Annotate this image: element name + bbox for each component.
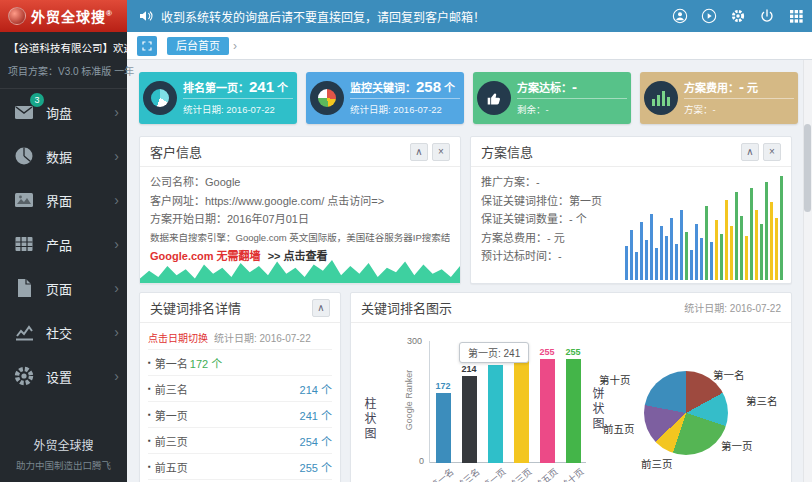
- stat-subtitle: 统计日期: 2016-07-22: [183, 98, 293, 116]
- rank-row-page3[interactable]: ▪ 前三页 254 个: [148, 427, 332, 453]
- logo-mark-icon: [8, 7, 26, 25]
- sidebar: 【谷道科技有限公司】欢迎您! 项目方案：V3.0 标准版 一年 3 询盘 › 数…: [0, 32, 127, 482]
- registered-mark: ®: [106, 9, 113, 18]
- app-title: 外贸全球搜®: [31, 6, 113, 26]
- secondary-toolbar: 后台首页 ›: [127, 32, 812, 60]
- power-icon[interactable]: [759, 8, 775, 24]
- sidebar-item-data[interactable]: 数据 ›: [0, 134, 127, 178]
- panel-title: 关键词排名详情: [150, 298, 241, 317]
- rank-row-top1[interactable]: ▪ 第一名 172 个: [148, 349, 332, 375]
- customer-url-row[interactable]: 客户网址：https://www.google.com/ 点击访问=>: [150, 192, 450, 211]
- rank-row-top3[interactable]: ▪ 前三名 214 个: [148, 375, 332, 401]
- stat-card-plan-cost[interactable]: 方案费用：- 元 方案：-: [640, 72, 798, 124]
- footer-slogan: 助力中国制造出口腾飞: [0, 458, 127, 472]
- keyword-pie-chart[interactable]: [644, 371, 728, 455]
- expand-icon: [141, 40, 153, 52]
- bar-前十页[interactable]: 255前十页: [560, 327, 586, 463]
- rank-value-link[interactable]: 214 个: [300, 381, 332, 397]
- stat-title: 方案费用：- 元: [684, 78, 794, 95]
- collapse-icon[interactable]: ∧: [312, 299, 330, 317]
- announcement-text: 收到系统转发的询盘后请不要直接回复，请回复到客户邮箱！: [161, 8, 485, 25]
- rank-value-link[interactable]: 255 个: [300, 459, 332, 475]
- rank-row-page5[interactable]: ▪ 前五页 255 个: [148, 453, 332, 479]
- rank-label: 前三名: [155, 381, 188, 397]
- sidebar-item-settings[interactable]: 设置 ›: [0, 354, 127, 398]
- rank-value-link[interactable]: 254 个: [300, 433, 332, 449]
- rank-value-link[interactable]: 172 个: [190, 355, 222, 371]
- rank-label: 前三页: [155, 433, 188, 449]
- sidebar-welcome: 【谷道科技有限公司】欢迎您! 项目方案：V3.0 标准版 一年: [0, 32, 127, 89]
- sidebar-item-inquiry[interactable]: 3 询盘 ›: [0, 90, 127, 134]
- pie-chart-icon: [143, 81, 177, 115]
- bar-前五页[interactable]: 255前五页: [534, 327, 560, 463]
- app-logo[interactable]: 外贸全球搜®: [0, 0, 127, 32]
- plan-mini-bar-chart: [625, 170, 783, 280]
- collapse-icon[interactable]: ∧: [410, 143, 428, 161]
- rank-label: 前五页: [155, 459, 188, 475]
- pie-icon: [12, 144, 36, 168]
- line-chart-icon: [12, 320, 36, 344]
- plan-text: 项目方案：V3.0 标准版 一年: [8, 63, 119, 78]
- bullet-icon: ▪: [148, 358, 151, 367]
- bar-第一名[interactable]: 172第一名: [430, 327, 456, 463]
- chevron-right-icon: ›: [114, 148, 119, 164]
- close-icon[interactable]: ×: [763, 143, 781, 161]
- stat-subtitle: 剩余：-: [517, 98, 627, 116]
- plan-start-date-row: 方案开始日期：2016年07月01日: [150, 210, 450, 229]
- bullet-icon: ▪: [148, 410, 151, 419]
- user-icon[interactable]: [672, 8, 688, 24]
- scrollbar-track: [803, 60, 812, 482]
- gear-icon[interactable]: [730, 8, 746, 24]
- top-bar: 外贸全球搜® 收到系统转发的询盘后请不要直接回复，请回复到客户邮箱！: [0, 0, 812, 32]
- sidebar-item-interface[interactable]: 界面 ›: [0, 178, 127, 222]
- sidebar-item-pages[interactable]: 页面 ›: [0, 266, 127, 310]
- panel-title: 关键词排名图示: [361, 298, 452, 317]
- grid-icon[interactable]: [788, 8, 804, 24]
- traffic-area-chart: [140, 257, 460, 283]
- announcement-bar: 收到系统转发的询盘后请不要直接回复，请回复到客户邮箱！: [138, 0, 485, 32]
- pie-label-page1: 第一页: [721, 438, 753, 453]
- image-icon: [12, 188, 36, 212]
- stat-subtitle: 统计日期: 2016-07-22: [350, 98, 460, 116]
- table-icon: [12, 232, 36, 256]
- file-icon: [12, 276, 36, 300]
- welcome-text: 【谷道科技有限公司】欢迎您!: [8, 41, 119, 56]
- stat-title: 排名第一页：241 个: [183, 78, 293, 95]
- play-icon[interactable]: [701, 8, 717, 24]
- keyword-detail-panel: 关键词排名详情 ∧ 点击日期切换 统计日期: 2016-07-22 ▪ 第一名 …: [139, 292, 341, 482]
- rank-row-page1[interactable]: ▪ 第一页 241 个: [148, 401, 332, 427]
- chevron-right-icon: ›: [114, 324, 119, 340]
- pie-label-page10: 第十页: [599, 372, 631, 387]
- chevron-right-icon: ›: [114, 104, 119, 120]
- bar-section-label: 柱状图: [361, 397, 378, 442]
- close-icon[interactable]: ×: [432, 143, 450, 161]
- keyword-chart-panel: 关键词排名图示 统计日期: 2016-07-22 柱状图 Google Rank…: [350, 292, 792, 482]
- footer-brand: 外贸全球搜: [0, 436, 127, 453]
- customer-info-panel: 客户信息 ∧ × 公司名称：Google 客户网址：https://www.go…: [139, 136, 461, 284]
- sidebar-item-products[interactable]: 产品 ›: [0, 222, 127, 266]
- scrollbar-thumb[interactable]: [804, 124, 811, 212]
- thumbs-up-icon: [477, 81, 511, 115]
- gear-icon: [12, 364, 36, 388]
- stat-card-plan-target[interactable]: 方案达标：- 剩余：-: [473, 72, 631, 124]
- breadcrumb-home-button[interactable]: 后台首页: [167, 37, 229, 55]
- date-switch-link[interactable]: 点击日期切换: [148, 330, 208, 345]
- stat-card-first-page-rank[interactable]: 排名第一页：241 个 统计日期: 2016-07-22: [139, 72, 297, 124]
- chevron-right-icon: ›: [114, 368, 119, 384]
- y-tick-0: 0: [419, 456, 424, 466]
- stat-card-monitored-keywords[interactable]: 监控关键词：258 个 统计日期: 2016-07-22: [306, 72, 464, 124]
- rank-label: 第一页: [155, 407, 188, 423]
- chevron-right-icon: ›: [114, 236, 119, 252]
- panel-title: 方案信息: [481, 142, 533, 161]
- sidebar-menu: 3 询盘 › 数据 › 界面 › 产品 ›: [0, 90, 127, 398]
- fullscreen-toggle-button[interactable]: [137, 36, 157, 56]
- topbar-actions: [672, 0, 804, 32]
- search-engine-row: 数据来自搜索引擎：Google.com 英文国际版，美国硅谷服务器IP搜索结果为…: [150, 229, 450, 248]
- stat-date-label: 统计日期: 2016-07-22: [684, 300, 781, 315]
- y-axis-label: Google Ranker: [404, 370, 414, 431]
- speaker-icon: [138, 8, 154, 24]
- pie-label-page3: 前三页: [641, 456, 673, 471]
- rank-value-link[interactable]: 241 个: [300, 407, 332, 423]
- sidebar-item-social[interactable]: 社交 ›: [0, 310, 127, 354]
- collapse-icon[interactable]: ∧: [741, 143, 759, 161]
